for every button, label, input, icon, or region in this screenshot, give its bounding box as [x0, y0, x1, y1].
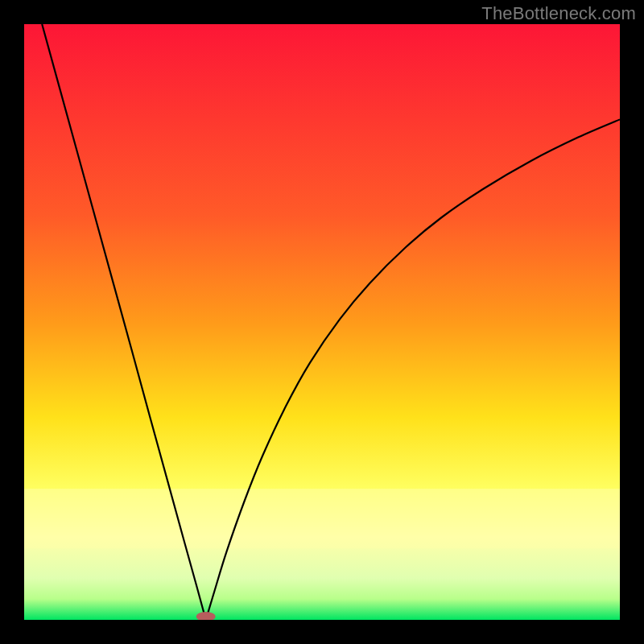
chart-frame: TheBottleneck.com — [0, 0, 644, 644]
plot-area — [24, 24, 620, 620]
yellow-band — [24, 489, 620, 548]
svg-rect-0 — [24, 489, 620, 548]
bottleneck-chart — [24, 24, 620, 620]
watermark-text: TheBottleneck.com — [481, 3, 636, 24]
